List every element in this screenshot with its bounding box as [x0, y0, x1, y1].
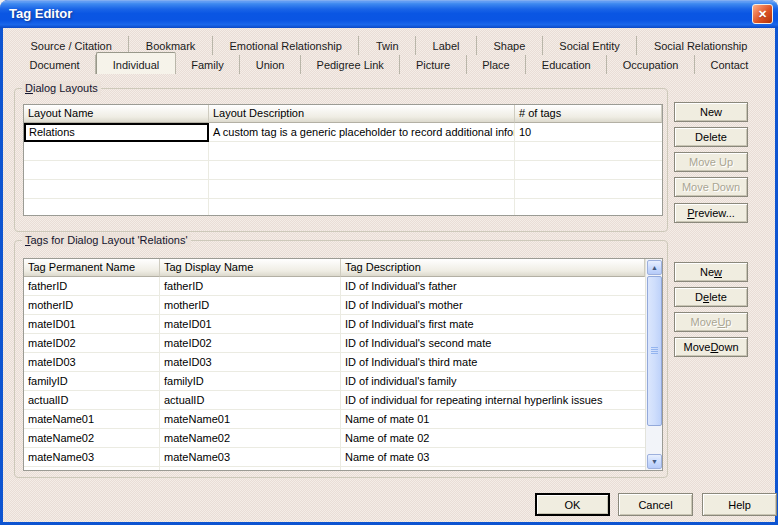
tab-shape[interactable]: Shape	[477, 36, 543, 55]
scrollbar-thumb[interactable]	[647, 276, 662, 426]
cell-of-tags: 10	[515, 123, 662, 142]
table-header-row: Tag Permanent NameTag Display NameTag De…	[24, 259, 645, 277]
preview-button[interactable]: Preview...	[674, 203, 748, 223]
cell-tag-display-name: mateName03	[160, 448, 341, 467]
cell-empty	[209, 161, 515, 180]
delete-button[interactable]: Delete	[674, 127, 748, 147]
tab-individual[interactable]: Individual	[96, 52, 176, 74]
move-down-button: Move Down	[674, 177, 748, 197]
cell-tag-description: Name of mate 01	[341, 410, 645, 429]
tab-family[interactable]: Family	[176, 55, 240, 74]
tab-occupation[interactable]: Occupation	[607, 55, 695, 74]
cell-empty	[515, 161, 662, 180]
cell-empty	[515, 142, 662, 161]
cancel-button[interactable]: Cancel	[618, 493, 693, 516]
tab-contact[interactable]: Contact	[695, 55, 764, 74]
tab-emotional-relationship[interactable]: Emotional Relationship	[213, 36, 360, 55]
tags-button-column: NewDeleteMove UpMove Down	[674, 262, 748, 357]
tab-twin[interactable]: Twin	[359, 36, 416, 55]
cell-empty	[24, 199, 209, 216]
table-row[interactable]: motherIDmotherIDID of Individual's mothe…	[24, 296, 645, 315]
column-header-tag-permanent-name[interactable]: Tag Permanent Name	[24, 259, 160, 277]
cell-empty	[209, 180, 515, 199]
table-row[interactable]: RelationsA custom tag is a generic place…	[24, 123, 662, 142]
table-row[interactable]: mateName03mateName03Name of mate 03	[24, 448, 645, 467]
tab-pedigree-link[interactable]: Pedigree Link	[301, 55, 400, 74]
column-header-layout-name[interactable]: Layout Name	[24, 105, 209, 123]
cell-tag-display-name: mateName01	[160, 410, 341, 429]
cell-tag-permanent-name: mateID01	[24, 315, 160, 334]
column-header-tag-description[interactable]: Tag Description	[341, 259, 645, 277]
cell-tag-display-name: familyID	[160, 372, 341, 391]
cell-tag-display-name: mateID02	[160, 334, 341, 353]
tags-table-scrollbar[interactable]: ▲ ▼	[645, 259, 662, 470]
cell-tag-display-name: motherID	[160, 296, 341, 315]
tags-table: Tag Permanent NameTag Display NameTag De…	[23, 258, 663, 471]
cell-empty	[24, 142, 209, 161]
cell-tag-description: ID of individual for repeating internal …	[341, 391, 645, 410]
layout-name-edit-cell[interactable]: Relations	[24, 123, 209, 142]
cell-empty	[341, 467, 645, 471]
table-row[interactable]: mateName02mateName02Name of mate 02	[24, 429, 645, 448]
table-row-empty	[24, 161, 662, 180]
cell-tag-description: ID of individual's family	[341, 372, 645, 391]
tab-union[interactable]: Union	[240, 55, 301, 74]
table-row[interactable]: familyIDfamilyIDID of individual's famil…	[24, 372, 645, 391]
delete-button[interactable]: Delete	[674, 287, 748, 307]
table-row[interactable]: mateName01mateName01Name of mate 01	[24, 410, 645, 429]
ok-button[interactable]: OK	[535, 493, 610, 516]
cell-tag-permanent-name: mateID03	[24, 353, 160, 372]
scroll-up-button[interactable]: ▲	[647, 260, 662, 275]
title-bar[interactable]: Tag Editor ✕	[0, 0, 778, 28]
cell-empty	[24, 180, 209, 199]
close-icon: ✕	[758, 8, 767, 21]
table-row-empty	[24, 467, 645, 471]
cell-tag-permanent-name: fatherID	[24, 277, 160, 296]
table-row-empty	[24, 142, 662, 161]
dialog-layouts-caption: Dialog Layouts	[22, 81, 101, 95]
close-button[interactable]: ✕	[752, 4, 773, 24]
tab-social-entity[interactable]: Social Entity	[543, 36, 638, 55]
scroll-up-icon: ▲	[651, 264, 658, 271]
layouts-button-column: NewDeleteMove UpMove DownPreview...	[674, 102, 748, 223]
cell-tag-permanent-name: mateID02	[24, 334, 160, 353]
move-down-button[interactable]: Move Down	[674, 337, 748, 357]
table-row[interactable]: mateID01mateID01ID of Individual's first…	[24, 315, 645, 334]
help-button[interactable]: Help	[702, 493, 777, 516]
cell-tag-display-name: actualID	[160, 391, 341, 410]
cell-empty	[515, 180, 662, 199]
tab-row-2: DocumentIndividualFamilyUnionPedigree Li…	[14, 55, 764, 74]
table-row[interactable]: mateID02mateID02ID of Individual's secon…	[24, 334, 645, 353]
cell-tag-description: ID of Individual's first mate	[341, 315, 645, 334]
cell-tag-display-name: mateName02	[160, 429, 341, 448]
column-header-tag-display-name[interactable]: Tag Display Name	[160, 259, 341, 277]
cell-tag-description: ID of Individual's mother	[341, 296, 645, 315]
table-row-empty	[24, 180, 662, 199]
cell-empty	[515, 199, 662, 216]
cell-tag-display-name: mateID03	[160, 353, 341, 372]
tab-place[interactable]: Place	[467, 55, 527, 74]
layouts-table: Layout NameLayout Description# of tagsRe…	[23, 104, 663, 216]
move-up-button: Move Up	[674, 152, 748, 172]
cell-layout-description: A custom tag is a generic placeholder to…	[209, 123, 515, 142]
scroll-down-button[interactable]: ▼	[647, 454, 662, 469]
tab-education[interactable]: Education	[526, 55, 607, 74]
cell-empty	[160, 467, 341, 471]
cell-empty	[24, 161, 209, 180]
tab-social-relationship[interactable]: Social Relationship	[637, 36, 764, 55]
new-button[interactable]: New	[674, 262, 748, 282]
tab-document[interactable]: Document	[14, 55, 96, 74]
table-row[interactable]: mateID03mateID03ID of Individual's third…	[24, 353, 645, 372]
new-button[interactable]: New	[674, 102, 748, 122]
cell-tag-description: Name of mate 02	[341, 429, 645, 448]
table-row[interactable]: actualIDactualIDID of individual for rep…	[24, 391, 645, 410]
scroll-down-icon: ▼	[651, 458, 658, 465]
table-row[interactable]: fatherIDfatherIDID of Individual's fathe…	[24, 277, 645, 296]
tab-picture[interactable]: Picture	[400, 55, 466, 74]
cell-tag-display-name: fatherID	[160, 277, 341, 296]
tab-label[interactable]: Label	[416, 36, 477, 55]
cell-tag-permanent-name: mateName03	[24, 448, 160, 467]
cell-tag-description: ID of Individual's father	[341, 277, 645, 296]
column-header-layout-description[interactable]: Layout Description	[209, 105, 515, 123]
column-header-of-tags[interactable]: # of tags	[515, 105, 662, 123]
